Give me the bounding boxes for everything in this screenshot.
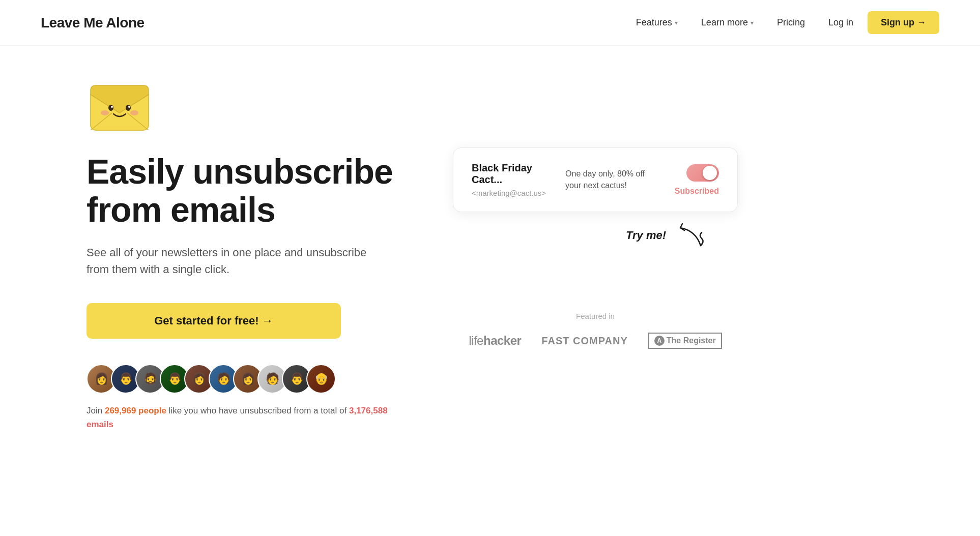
subscribed-label: Subscribed: [675, 187, 719, 196]
nav-links: Features ▾ Learn more ▾ Pricing Log in S…: [627, 11, 939, 34]
try-me-arrow-icon: [670, 220, 711, 251]
main-content: Easily unsubscribe from emails See all o…: [0, 46, 980, 462]
featured-logos: lifehacker FAST COMPANY A The Register: [469, 333, 722, 349]
svg-point-3: [111, 106, 113, 108]
chevron-down-icon: ▾: [751, 19, 754, 26]
featured-label: Featured in: [576, 312, 615, 320]
register-logo: A The Register: [648, 333, 722, 349]
avatar-row: 👩 👨 🧔 👨 👩 🧑 👩 🧑 👨 👴: [87, 364, 412, 394]
demo-section: Black Friday Cact... <marketing@cact.us>…: [453, 76, 939, 349]
hero-subtitle: See all of your newsletters in one place…: [87, 244, 371, 278]
svg-point-1: [108, 105, 113, 111]
svg-point-6: [130, 110, 138, 115]
navbar: Leave Me Alone Features ▾ Learn more ▾ P…: [0, 0, 980, 46]
envelope-illustration: [87, 76, 153, 132]
svg-point-4: [128, 106, 130, 108]
svg-point-5: [101, 110, 109, 115]
hero-title: Easily unsubscribe from emails: [87, 153, 412, 229]
features-nav-link[interactable]: Features ▾: [627, 13, 687, 32]
register-logo-icon: A: [654, 336, 665, 346]
lifehacker-logo: lifehacker: [469, 334, 521, 348]
site-logo[interactable]: Leave Me Alone: [41, 15, 145, 31]
card-preview-text: One day only, 80% off your next cactus!: [565, 168, 659, 191]
fastcompany-logo: FAST COMPANY: [541, 335, 627, 347]
svg-point-2: [126, 105, 131, 111]
try-me-annotation: Try me!: [626, 220, 711, 251]
card-actions: Subscribed: [675, 164, 719, 196]
email-card: Black Friday Cact... <marketing@cact.us>…: [453, 147, 738, 212]
card-title: Black Friday Cact...: [472, 162, 550, 186]
pricing-nav-link[interactable]: Pricing: [768, 13, 814, 32]
learn-more-nav-link[interactable]: Learn more ▾: [692, 13, 763, 32]
signup-button[interactable]: Sign up →: [868, 11, 939, 34]
try-me-text: Try me!: [626, 229, 666, 242]
toggle-knob: [703, 166, 717, 180]
login-nav-link[interactable]: Log in: [819, 13, 862, 32]
hero-section: Easily unsubscribe from emails See all o…: [87, 76, 412, 431]
card-email: <marketing@cact.us>: [472, 189, 550, 197]
get-started-button[interactable]: Get started for free! →: [87, 303, 341, 339]
card-sender-info: Black Friday Cact... <marketing@cact.us>: [472, 162, 550, 197]
avatar: 👴: [306, 364, 336, 394]
subscribe-toggle[interactable]: [686, 164, 719, 182]
chevron-down-icon: ▾: [675, 19, 678, 26]
social-proof-text: Join 269,969 people like you who have un…: [87, 404, 412, 431]
featured-section: Featured in lifehacker FAST COMPANY A Th…: [453, 312, 738, 349]
